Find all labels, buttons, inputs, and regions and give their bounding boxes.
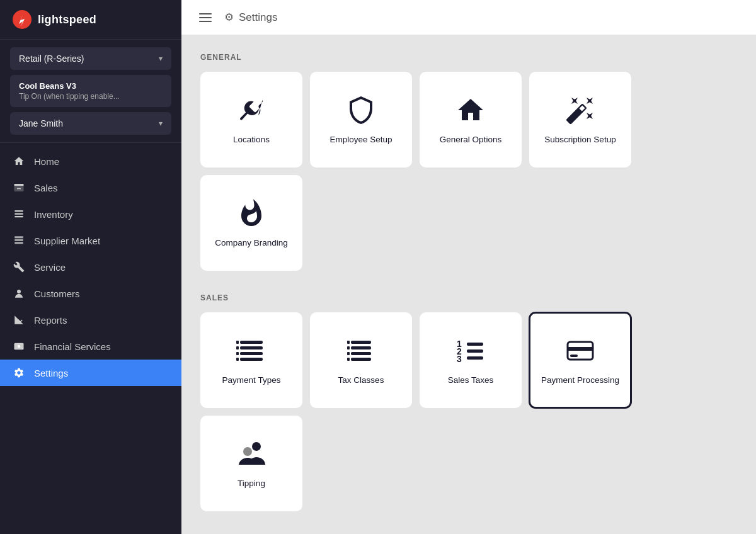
grid-sales: Payment TypesTax Classes123Sales TaxesPa…	[200, 312, 737, 511]
svg-rect-25	[347, 358, 350, 361]
user-selector-chevron: ▾	[159, 119, 163, 128]
sidebar-item-label-settings: Settings	[34, 368, 68, 378]
svg-rect-11	[240, 346, 263, 349]
card-label-employee-setup: Employee Setup	[329, 134, 392, 145]
settings-gear-icon: ⚙	[224, 11, 234, 24]
user-selector[interactable]: Jane Smith ▾	[10, 112, 171, 135]
card-general-options[interactable]: General Options	[420, 72, 522, 168]
svg-rect-30	[467, 349, 483, 353]
settings-content: GENERALLocationsEmployee SetupGeneral Op…	[181, 35, 756, 534]
card-sales-taxes[interactable]: 123Sales Taxes	[420, 312, 522, 408]
card-label-payment-processing: Payment Processing	[541, 375, 619, 386]
svg-rect-31	[467, 356, 483, 360]
supplier-icon	[13, 234, 25, 247]
section-title-sales: SALES	[200, 293, 737, 302]
svg-rect-16	[236, 352, 239, 355]
sidebar-item-label-inventory: Inventory	[34, 209, 73, 220]
svg-rect-6	[14, 216, 23, 217]
sidebar-item-label-customers: Customers	[34, 288, 80, 299]
svg-rect-5	[14, 213, 23, 215]
topbar: ⚙ Settings	[181, 0, 756, 35]
card-label-company-branding: Company Branding	[215, 237, 288, 249]
svg-rect-2	[14, 184, 24, 186]
svg-point-7	[17, 290, 21, 293]
sidebar-item-sales[interactable]: Sales	[0, 174, 181, 201]
card-label-subscription-setup: Subscription Setup	[544, 134, 616, 145]
list-lines2-icon	[345, 334, 377, 367]
card-tax-classes[interactable]: Tax Classes	[310, 312, 412, 408]
svg-rect-17	[236, 358, 239, 361]
customers-icon	[13, 287, 25, 300]
svg-point-35	[252, 442, 261, 451]
svg-rect-23	[347, 346, 350, 349]
svg-rect-33	[568, 347, 593, 351]
sidebar-store-section: Retail (R-Series) ▾ Cool Beans V3 Tip On…	[0, 40, 181, 143]
store-info-name: Cool Beans V3	[19, 81, 163, 91]
home-icon	[13, 155, 25, 168]
sidebar-item-label-reports: Reports	[34, 315, 67, 326]
svg-rect-18	[351, 341, 371, 344]
svg-rect-20	[351, 352, 371, 355]
sidebar-item-label-supplier-market: Supplier Market	[34, 236, 100, 246]
hamburger-menu[interactable]	[197, 11, 214, 25]
sidebar-item-label-service: Service	[34, 262, 66, 273]
svg-rect-19	[351, 346, 371, 349]
svg-rect-10	[240, 341, 263, 344]
section-general: GENERALLocationsEmployee SetupGeneral Op…	[200, 53, 737, 271]
svg-rect-4	[14, 210, 23, 212]
section-sales: SALESPayment TypesTax Classes123Sales Ta…	[200, 293, 737, 511]
store-selector[interactable]: Retail (R-Series) ▾	[10, 47, 171, 70]
store-info-subtitle: Tip On (when tipping enable...	[19, 92, 163, 101]
credit-card-icon	[564, 334, 597, 367]
logo-text: lightspeed	[38, 13, 96, 26]
sidebar-item-label-sales: Sales	[34, 183, 58, 193]
sidebar-item-supplier-market[interactable]: Supplier Market	[0, 227, 181, 254]
store-selector-label: Retail (R-Series)	[19, 54, 84, 64]
svg-point-36	[243, 447, 252, 456]
list-lines-icon	[235, 334, 268, 367]
reports-icon	[13, 314, 25, 326]
sidebar: lightspeed Retail (R-Series) ▾ Cool Bean…	[0, 0, 181, 534]
card-locations[interactable]: Locations	[200, 72, 302, 168]
card-employee-setup[interactable]: Employee Setup	[310, 72, 412, 168]
financial-icon	[13, 340, 25, 353]
sidebar-item-financial-services[interactable]: Financial Services	[0, 333, 181, 360]
store-selector-chevron: ▾	[159, 54, 163, 63]
card-company-branding[interactable]: Company Branding	[200, 175, 302, 271]
inventory-icon	[13, 208, 25, 220]
shield-icon	[345, 94, 377, 127]
svg-text:3: 3	[457, 354, 462, 364]
sidebar-item-customers[interactable]: Customers	[0, 280, 181, 307]
card-payment-types[interactable]: Payment Types	[200, 312, 302, 408]
svg-rect-29	[467, 343, 483, 346]
card-label-general-options: General Options	[440, 134, 501, 145]
sidebar-item-home[interactable]: Home	[0, 148, 181, 174]
sidebar-logo: lightspeed	[0, 0, 181, 40]
topbar-title-text: Settings	[239, 11, 277, 24]
svg-rect-14	[236, 341, 239, 344]
sidebar-item-service[interactable]: Service	[0, 254, 181, 280]
sidebar-item-reports[interactable]: Reports	[0, 307, 181, 333]
sidebar-item-label-financial-services: Financial Services	[34, 341, 111, 352]
svg-rect-12	[240, 352, 263, 355]
sidebar-item-inventory[interactable]: Inventory	[0, 201, 181, 227]
grid-general: LocationsEmployee SetupGeneral OptionsSu…	[200, 72, 737, 271]
svg-rect-22	[347, 341, 350, 344]
svg-point-0	[13, 10, 32, 29]
wrench-icon	[235, 94, 268, 127]
card-label-locations: Locations	[233, 134, 270, 145]
numbered-list-icon: 123	[454, 334, 487, 367]
card-label-tipping: Tipping	[238, 478, 265, 489]
card-payment-processing[interactable]: Payment Processing	[529, 312, 631, 408]
card-subscription-setup[interactable]: Subscription Setup	[529, 72, 631, 168]
card-tipping[interactable]: Tipping	[200, 416, 302, 511]
sidebar-item-label-home: Home	[34, 156, 59, 167]
card-label-sales-taxes: Sales Taxes	[448, 375, 494, 386]
sidebar-nav: Home Sales Inventory Supplier Market Ser…	[0, 143, 181, 534]
section-title-general: GENERAL	[200, 53, 737, 62]
sidebar-item-settings[interactable]: Settings	[0, 360, 181, 386]
svg-point-9	[18, 345, 21, 348]
tipping-icon	[235, 438, 268, 470]
lightspeed-logo-icon	[13, 10, 32, 29]
svg-rect-13	[240, 358, 263, 361]
